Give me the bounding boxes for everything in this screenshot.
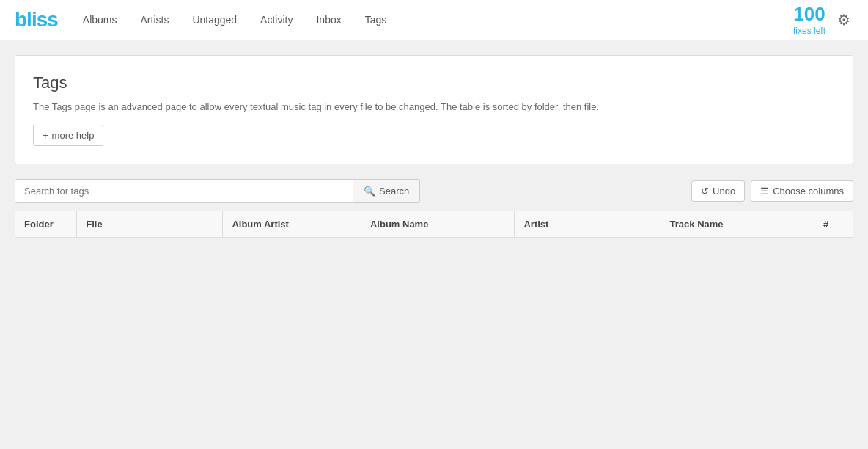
table-header: Folder File Album Artist Album Name Arti… xyxy=(15,211,853,238)
tags-description: The Tags page is an advanced page to all… xyxy=(33,100,835,114)
col-header-file: File xyxy=(77,211,223,238)
nav-link-artists[interactable]: Artists xyxy=(138,14,172,26)
fixes-label: fixes left xyxy=(793,26,825,36)
search-row: 🔍 Search ↺ Undo ☰ Choose columns xyxy=(15,179,853,203)
col-header-album-name: Album Name xyxy=(361,211,515,238)
navbar: bliss Albums Artists Untagged Activity I… xyxy=(0,0,868,40)
col-header-hash: # xyxy=(814,211,853,238)
page-title: Tags xyxy=(33,73,835,92)
nav-link-tags[interactable]: Tags xyxy=(362,14,390,26)
col-header-track-name: Track Name xyxy=(661,211,814,238)
fixes-count: 100 fixes left xyxy=(793,4,825,36)
choose-columns-label: Choose columns xyxy=(773,186,844,197)
brand-logo[interactable]: bliss xyxy=(15,8,58,32)
search-icon: 🔍 xyxy=(364,186,375,197)
main-content: Tags The Tags page is an advanced page t… xyxy=(0,40,868,253)
col-header-folder: Folder xyxy=(15,211,77,238)
nav-right: 100 fixes left ⚙ xyxy=(793,4,853,36)
search-button-label: Search xyxy=(379,186,409,197)
settings-button[interactable]: ⚙ xyxy=(834,8,853,32)
more-help-icon: + xyxy=(43,130,48,141)
undo-icon: ↺ xyxy=(701,186,709,197)
tags-table: Folder File Album Artist Album Name Arti… xyxy=(15,211,853,238)
nav-link-albums[interactable]: Albums xyxy=(80,14,120,26)
nav-link-activity[interactable]: Activity xyxy=(257,14,295,26)
col-header-artist: Artist xyxy=(515,211,661,238)
choose-columns-icon: ☰ xyxy=(760,186,769,197)
nav-link-inbox[interactable]: Inbox xyxy=(313,14,344,26)
fixes-number: 100 xyxy=(793,4,825,25)
action-buttons: ↺ Undo ☰ Choose columns xyxy=(691,180,853,202)
more-help-button[interactable]: + more help xyxy=(33,125,103,146)
tags-table-wrapper: Folder File Album Artist Album Name Arti… xyxy=(15,211,853,238)
undo-label: Undo xyxy=(713,186,735,197)
undo-button[interactable]: ↺ Undo xyxy=(691,180,745,202)
col-header-album-artist: Album Artist xyxy=(223,211,361,238)
search-button[interactable]: 🔍 Search xyxy=(353,180,419,202)
tags-info-panel: Tags The Tags page is an advanced page t… xyxy=(15,55,853,164)
search-wrapper: 🔍 Search xyxy=(15,179,420,203)
nav-link-untagged[interactable]: Untagged xyxy=(189,14,240,26)
search-input[interactable] xyxy=(15,180,353,202)
nav-links: Albums Artists Untagged Activity Inbox T… xyxy=(80,14,793,26)
more-help-label: more help xyxy=(52,130,95,141)
header-row: Folder File Album Artist Album Name Arti… xyxy=(15,211,853,238)
choose-columns-button[interactable]: ☰ Choose columns xyxy=(751,180,853,202)
